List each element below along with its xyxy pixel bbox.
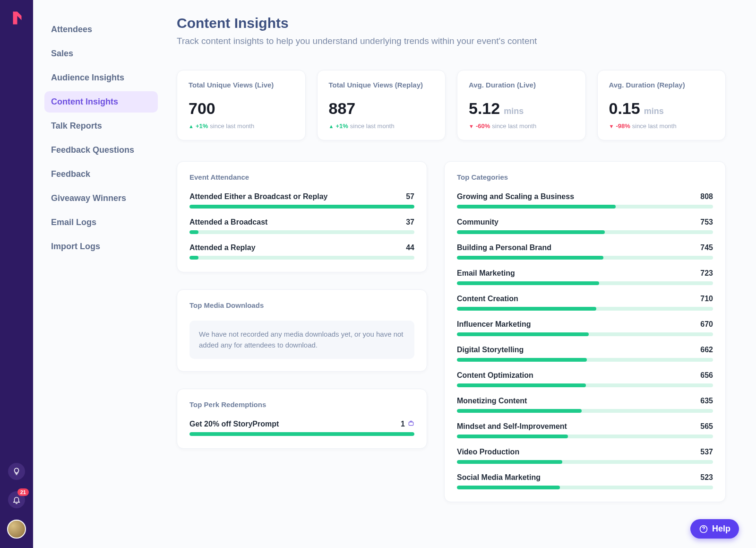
bar-track (457, 486, 713, 489)
sidebar-item-giveaway-winners[interactable]: Giveaway Winners (44, 188, 158, 209)
svg-rect-0 (409, 422, 413, 426)
bar-label: Digital Storytelling (457, 346, 524, 354)
sidebar-item-email-logs[interactable]: Email Logs (44, 212, 158, 233)
perk-icon (408, 420, 414, 426)
panel-title: Top Media Downloads (189, 301, 414, 309)
bar-track (457, 460, 713, 464)
bar-value: 753 (700, 218, 713, 226)
sidebar-item-content-insights[interactable]: Content Insights (44, 91, 158, 113)
bar-row: Influencer Marketing 670 (457, 320, 713, 336)
bar-row: Mindset and Self-Improvement 565 (457, 422, 713, 438)
help-button[interactable]: Help (690, 519, 739, 539)
bar-head: Mindset and Self-Improvement 565 (457, 422, 713, 431)
sidebar-item-audience-insights[interactable]: Audience Insights (44, 67, 158, 88)
triangle-down-icon: ▼ (469, 123, 474, 129)
bar-head: Digital Storytelling 662 (457, 346, 713, 354)
bar-head: Get 20% off StoryPrompt 1 (189, 420, 414, 428)
bar-head: Email Marketing 723 (457, 269, 713, 278)
stat-label: Total Unique Views (Live) (189, 81, 294, 89)
bar-label: Attended a Replay (189, 244, 256, 252)
bar-label: Community (457, 218, 498, 226)
bar-track (457, 230, 713, 234)
sidebar-item-attendees[interactable]: Attendees (44, 19, 158, 40)
bar-value: 662 (700, 346, 713, 354)
bar-track (189, 230, 414, 234)
tips-button[interactable] (8, 463, 25, 480)
bar-head: Building a Personal Brand 745 (457, 244, 713, 252)
bar-track (457, 383, 713, 387)
bar-track (457, 281, 713, 285)
bar-head: Video Production 537 (457, 448, 713, 456)
triangle-up-icon: ▲ (329, 123, 334, 129)
empty-message: We have not recorded any media downloads… (189, 321, 414, 359)
stat-value: 700 (189, 99, 294, 118)
bar-head: Influencer Marketing 670 (457, 320, 713, 329)
bar-fill (457, 460, 562, 464)
stat-label: Avg. Duration (Replay) (609, 81, 714, 89)
media-downloads-panel: Top Media Downloads We have not recorded… (177, 289, 427, 372)
stat-delta: ▼ -60% since last month (469, 122, 574, 130)
stat-card: Total Unique Views (Live) 700 ▲ +1% sinc… (177, 70, 306, 140)
stat-card: Total Unique Views (Replay) 887 ▲ +1% si… (317, 70, 446, 140)
bar-track (457, 409, 713, 413)
main-content: Content Insights Track content insights … (165, 0, 756, 548)
sidebar-item-feedback-questions[interactable]: Feedback Questions (44, 139, 158, 161)
sidebar-item-sales[interactable]: Sales (44, 43, 158, 64)
notifications-button[interactable]: 21 (8, 491, 25, 508)
bar-label: Content Optimization (457, 371, 533, 380)
bar-head: Attended Either a Broadcast or Replay 57 (189, 192, 414, 201)
bar-fill (189, 432, 414, 436)
bar-value: 565 (700, 422, 713, 431)
bar-label: Video Production (457, 448, 519, 456)
bell-icon (12, 496, 21, 504)
bar-value: 1 (401, 420, 414, 428)
bar-fill (457, 230, 605, 234)
rail-bottom: 21 (0, 463, 33, 539)
help-label: Help (712, 524, 730, 534)
logo-icon (8, 9, 25, 26)
bar-label: Content Creation (457, 295, 518, 303)
bar-value: 656 (700, 371, 713, 380)
bar-track (457, 256, 713, 260)
nav-rail: 21 (0, 0, 33, 548)
bar-track (189, 432, 414, 436)
stat-label: Total Unique Views (Replay) (329, 81, 434, 89)
avatar[interactable] (7, 520, 26, 539)
perk-redemptions-panel: Top Perk Redemptions Get 20% off StoryPr… (177, 389, 427, 449)
bar-row: Attended a Broadcast 37 (189, 218, 414, 234)
bar-row: Get 20% off StoryPrompt 1 (189, 420, 414, 436)
stat-delta: ▲ +1% since last month (329, 122, 434, 130)
bar-track (457, 205, 713, 209)
event-attendance-panel: Event Attendance Attended Either a Broad… (177, 161, 427, 272)
bar-label: Monetizing Content (457, 397, 527, 405)
bar-value: 537 (700, 448, 713, 456)
bar-value: 723 (700, 269, 713, 278)
sidebar-item-feedback[interactable]: Feedback (44, 164, 158, 185)
bar-value: 37 (406, 218, 414, 226)
charts-row: Event Attendance Attended Either a Broad… (177, 161, 726, 502)
bar-fill (457, 205, 616, 209)
stat-value: 0.15 mins (609, 99, 714, 118)
bar-fill (457, 358, 587, 362)
stat-card: Avg. Duration (Live) 5.12 mins ▼ -60% si… (457, 70, 586, 140)
sidebar-item-talk-reports[interactable]: Talk Reports (44, 115, 158, 137)
bar-fill (189, 230, 198, 234)
page-title: Content Insights (177, 15, 726, 31)
bar-row: Content Optimization 656 (457, 371, 713, 387)
bar-track (189, 205, 414, 209)
app-logo[interactable] (7, 9, 26, 27)
bar-row: Attended Either a Broadcast or Replay 57 (189, 192, 414, 209)
sidebar-item-import-logs[interactable]: Import Logs (44, 236, 158, 257)
bar-value: 670 (700, 320, 713, 329)
page-subtitle: Track content insights to help you under… (177, 36, 726, 46)
lightbulb-icon (12, 467, 21, 476)
bar-row: Video Production 537 (457, 448, 713, 464)
bar-value: 635 (700, 397, 713, 405)
bar-row: Growing and Scaling a Business 808 (457, 192, 713, 209)
bar-row: Content Creation 710 (457, 295, 713, 311)
stat-cards-row: Total Unique Views (Live) 700 ▲ +1% sinc… (177, 70, 726, 140)
stat-value: 5.12 mins (469, 99, 574, 118)
bar-track (457, 358, 713, 362)
bar-value: 44 (406, 244, 414, 252)
stat-delta: ▼ -98% since last month (609, 122, 714, 130)
